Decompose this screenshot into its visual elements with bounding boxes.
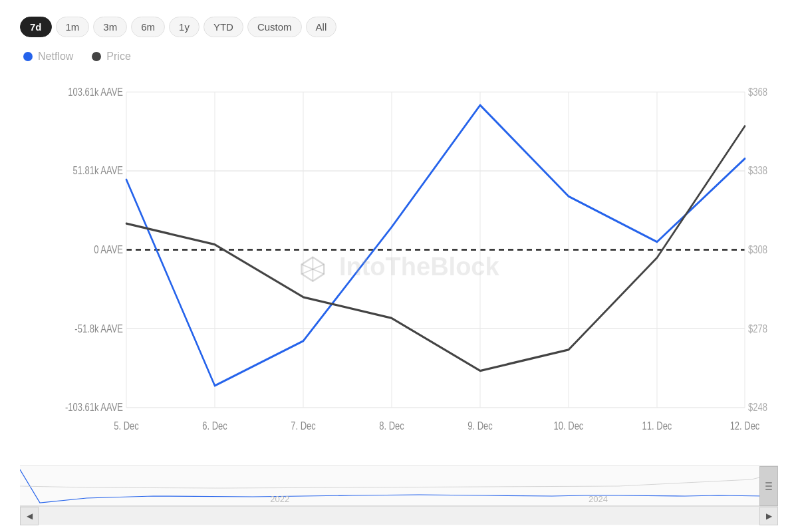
svg-text:-103.61k AAVE: -103.61k AAVE [65,400,123,413]
svg-text:0 AAVE: 0 AAVE [94,243,123,255]
mini-nav-left[interactable]: ◀ [20,507,39,525]
svg-text:9. Dec: 9. Dec [467,419,493,432]
mini-year-2024: 2024 [589,494,608,504]
svg-text:103.61k AAVE: 103.61k AAVE [68,85,123,98]
svg-text:12. Dec: 12. Dec [730,419,760,432]
svg-text:-51.8k AAVE: -51.8k AAVE [74,322,123,334]
chart-svg: 103.61k AAVE 51.81k AAVE 0 AAVE -51.8k A… [20,74,778,460]
legend-dot-netflow [23,52,33,61]
mini-chart-slider-handle[interactable] [759,466,778,506]
time-btn-3m[interactable]: 3m [93,17,127,37]
chart-wrapper: IntoTheBlock [20,74,778,525]
svg-text:$308: $308 [748,243,767,255]
main-chart: IntoTheBlock [20,74,778,460]
svg-text:$338: $338 [748,164,767,176]
legend-label-price: Price [106,51,130,63]
svg-text:7. Dec: 7. Dec [291,419,316,432]
legend-item-netflow: Netflow [23,51,73,63]
svg-text:$248: $248 [748,400,767,413]
time-range-bar: 7d1m3m6m1yYTDCustomAll [20,17,778,37]
time-btn-custom[interactable]: Custom [247,17,302,37]
svg-text:$368: $368 [748,85,767,98]
svg-text:8. Dec: 8. Dec [379,419,404,432]
mini-slider[interactable] [39,507,759,525]
time-btn-1m[interactable]: 1m [56,17,90,37]
svg-text:11. Dec: 11. Dec [642,419,672,432]
legend-item-price: Price [92,51,130,63]
page-container: 7d1m3m6m1yYTDCustomAll NetflowPrice Into… [0,0,798,532]
legend-dot-price [92,52,101,61]
time-btn-1y[interactable]: 1y [169,17,200,37]
time-btn-all[interactable]: All [306,17,337,37]
chart-legend: NetflowPrice [20,51,778,63]
mini-year-2022: 2022 [270,494,289,504]
svg-text:6. Dec: 6. Dec [202,419,227,432]
mini-nav-right[interactable]: ▶ [759,507,778,525]
svg-text:5. Dec: 5. Dec [114,419,139,432]
svg-text:$278: $278 [748,322,767,334]
svg-text:10. Dec: 10. Dec [554,419,584,432]
mini-nav-bar: ◀ ▶ [20,506,778,525]
mini-chart-container: 2022 2024 ◀ [20,466,778,525]
mini-chart-svg [20,466,778,506]
time-btn-ytd[interactable]: YTD [203,17,243,37]
legend-label-netflow: Netflow [38,51,73,63]
time-btn-6m[interactable]: 6m [131,17,165,37]
time-btn-7d[interactable]: 7d [20,17,52,37]
svg-text:51.81k AAVE: 51.81k AAVE [72,164,123,176]
